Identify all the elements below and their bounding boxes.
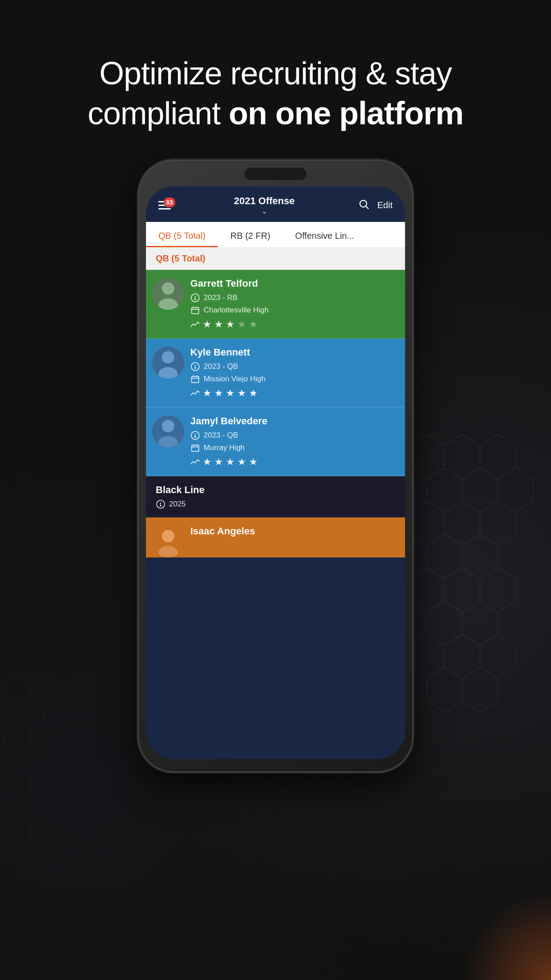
tab-rb[interactable]: RB (2 FR): [218, 222, 283, 247]
player-year-blackline: 2025: [169, 500, 186, 509]
player-info-kyle: Kyle Bennett 2023 - QB: [190, 347, 397, 399]
phone-mockup: 93 2021 Offense ⌄ Edit: [138, 160, 413, 772]
player-school-kyle: Mission Viejo High: [204, 375, 266, 383]
avatar-garrett: [152, 278, 184, 310]
svg-point-51: [195, 368, 196, 368]
star3-garrett: ★: [226, 319, 235, 330]
svg-point-57: [162, 420, 174, 432]
star5-kyle: ★: [249, 387, 258, 399]
player-name-jamyl: Jamyl Belvedere: [190, 415, 397, 427]
player-year-pos-row-garrett: 2023 - RB: [190, 293, 397, 303]
star5-garrett: ★: [249, 319, 258, 330]
avatar-kyle: [152, 347, 184, 379]
star4-garrett: ★: [237, 319, 246, 330]
star5-jamyl: ★: [249, 456, 258, 468]
player-school-garrett: Charlottesville High: [204, 306, 268, 315]
hero-section: Optimize recruiting & stay compliant on …: [52, 0, 499, 160]
edit-button[interactable]: Edit: [378, 200, 393, 210]
phone-screen: 93 2021 Offense ⌄ Edit: [146, 186, 405, 759]
svg-point-41: [195, 299, 196, 300]
player-info-isaac: Isaac Angeles: [190, 526, 397, 541]
avatar-jamyl: [152, 415, 184, 447]
phone-notch: [244, 168, 307, 180]
player-school-row-jamyl: Murray High: [190, 443, 397, 453]
star2-kyle: ★: [214, 387, 223, 399]
player-info-garrett: Garrett Telford 2023 - RB: [190, 278, 397, 330]
player-school-row-kyle: Mission Viejo High: [190, 374, 397, 384]
player-year-pos-jamyl: 2023 - QB: [204, 431, 238, 440]
header-title-area: 2021 Offense ⌄: [234, 195, 295, 215]
tab-qb[interactable]: QB (5 Total): [146, 222, 218, 247]
stars-row-jamyl: ★ ★ ★ ★ ★: [190, 456, 397, 468]
svg-point-34: [360, 200, 366, 207]
player-name-isaac: Isaac Angeles: [190, 526, 397, 537]
player-card-isaac[interactable]: Isaac Angeles: [146, 518, 405, 557]
player-info-jamyl: Jamyl Belvedere 2023 - QB: [190, 415, 397, 468]
search-button[interactable]: [358, 198, 370, 212]
hero-line2: compliant: [87, 95, 228, 131]
player-year-pos-kyle: 2023 - QB: [204, 362, 238, 371]
header-right: Edit: [358, 198, 393, 212]
app-header: 93 2021 Offense ⌄ Edit: [146, 186, 405, 222]
player-card-blackline[interactable]: Black Line 2025: [146, 476, 405, 518]
star1-kyle: ★: [203, 387, 212, 399]
tab-ol[interactable]: Offensive Lin...: [283, 222, 366, 247]
section-label: QB (5 Total): [146, 247, 405, 270]
dropdown-arrow-icon[interactable]: ⌄: [234, 208, 295, 215]
player-year-pos-row-kyle: 2023 - QB: [190, 362, 397, 371]
section-label-text: QB (5 Total): [156, 253, 205, 263]
stars-row-garrett: ★ ★ ★ ★ ★: [190, 319, 397, 330]
svg-rect-52: [192, 376, 199, 383]
star3-jamyl: ★: [226, 456, 235, 468]
hero-line2-bold: on one platform: [229, 95, 464, 131]
star3-kyle: ★: [226, 387, 235, 399]
player-year-pos-row-jamyl: 2023 - QB: [190, 431, 397, 440]
svg-point-47: [162, 351, 174, 364]
svg-point-70: [162, 530, 174, 542]
notification-badge: 93: [164, 198, 175, 207]
star2-garrett: ★: [214, 319, 223, 330]
player-detail-blackline: 2025: [156, 499, 397, 509]
player-card-garrett[interactable]: Garrett Telford 2023 - RB: [146, 270, 405, 339]
svg-point-61: [195, 436, 196, 437]
star4-jamyl: ★: [237, 456, 246, 468]
player-school-jamyl: Murray High: [204, 443, 245, 452]
player-school-row-garrett: Charlottesville High: [190, 305, 397, 315]
player-card-jamyl[interactable]: Jamyl Belvedere 2023 - QB: [146, 407, 405, 476]
star1-garrett: ★: [203, 319, 212, 330]
player-name-kyle: Kyle Bennett: [190, 347, 397, 358]
player-name-blackline: Black Line: [156, 484, 397, 496]
star1-jamyl: ★: [203, 456, 212, 468]
player-year-pos-garrett: 2023 - RB: [204, 293, 238, 302]
player-card-kyle[interactable]: Kyle Bennett 2023 - QB: [146, 339, 405, 407]
svg-point-68: [160, 505, 161, 506]
svg-rect-62: [192, 445, 199, 451]
svg-point-37: [162, 282, 174, 295]
player-name-garrett: Garrett Telford: [190, 278, 397, 289]
hero-line1: Optimize recruiting & stay: [99, 55, 452, 91]
header-left: 93: [158, 201, 171, 209]
stars-row-kyle: ★ ★ ★ ★ ★: [190, 387, 397, 399]
header-title: 2021 Offense: [234, 195, 295, 207]
avatar-isaac: [152, 526, 184, 557]
svg-rect-42: [192, 308, 199, 314]
tabs-bar: QB (5 Total) RB (2 FR) Offensive Lin...: [146, 222, 405, 247]
phone-frame: 93 2021 Offense ⌄ Edit: [138, 160, 413, 772]
star2-jamyl: ★: [214, 456, 223, 468]
svg-line-35: [366, 206, 368, 209]
star4-kyle: ★: [237, 387, 246, 399]
